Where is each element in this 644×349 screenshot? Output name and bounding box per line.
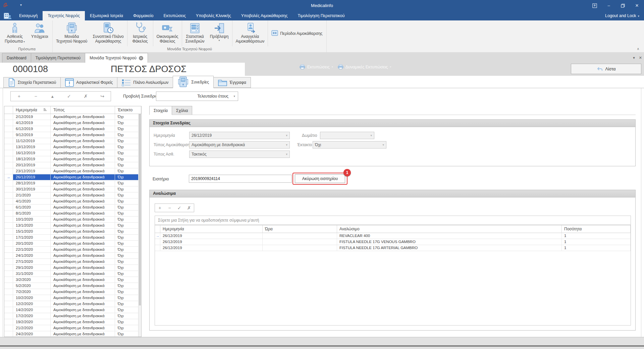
edit-button[interactable]: ▴ xyxy=(44,92,61,101)
session-row[interactable]: 13/12/2019Αιμοκάθαρση με διτανθρακικάΌχι xyxy=(4,144,141,150)
ribbon-button[interactable]: ΙατρικόςΦάκελος xyxy=(128,20,152,46)
session-row[interactable]: 3/2/2020Αιμοκάθαρση με διτανθρακικάΌχι xyxy=(4,277,141,283)
list-button[interactable]: Λίστα xyxy=(571,64,641,74)
session-row[interactable]: 11/12/2019Αιμοκάθαρση με διτανθρακικάΌχι xyxy=(4,138,141,144)
tab-close-icon[interactable]: ✕ xyxy=(139,56,143,60)
session-row[interactable]: 20/1/2020Αιμοκάθαρση με διτανθρακικάΌχι xyxy=(4,241,141,247)
column-header-item[interactable]: Αναλώσιμο xyxy=(337,225,562,233)
session-row[interactable]: 10/1/2020Αιμοκάθαρση με διτανθρακικάΌχι xyxy=(4,217,141,223)
tab-list-dropdown-icon[interactable]: ▾ xyxy=(633,56,635,60)
ribbon-button[interactable]: ΜονάδαΤεχνητού Νεφρού xyxy=(53,20,90,46)
add-button[interactable]: + xyxy=(11,92,28,101)
dynamic-print-button[interactable]: Δυναμικές Εκτυπώσεις▾ xyxy=(338,64,391,69)
column-header-extra[interactable]: Έκτακτο xyxy=(115,106,141,114)
refresh-button[interactable]: ↪ xyxy=(94,92,111,101)
menu-item-6[interactable]: Υποβολές Κλινικής xyxy=(191,11,236,20)
doc-tab-1[interactable]: Dashboard xyxy=(2,53,31,63)
session-row[interactable]: 27/1/2020Αιμοκάθαρση με διτανθρακικάΌχι xyxy=(4,259,141,265)
sub-tab-5[interactable]: Έγγραφα xyxy=(213,77,251,88)
cancel-button[interactable]: ✗ xyxy=(184,204,194,212)
remove-button[interactable]: − xyxy=(28,92,44,101)
ribbon-button[interactable]: Υπόχρεοι xyxy=(28,20,52,46)
ribbon-collapse-icon[interactable]: ∧ xyxy=(637,47,639,51)
session-row[interactable]: 8/1/2020Αιμοκάθαρση με διτανθρακικάΌχι xyxy=(4,211,141,217)
column-header-time[interactable]: Ώρα xyxy=(263,225,337,233)
sub-tab-4[interactable]: Συνεδρίες xyxy=(173,76,214,88)
sub-tab-1[interactable]: Στοιχεία Περιστατικού xyxy=(3,77,61,88)
session-row[interactable]: 2/1/2020Αιμοκάθαρση με διτανθρακικάΌχι xyxy=(4,192,141,198)
session-row[interactable]: 30/12/2019Αιμοκάθαρση με διτανθρακικάΌχι xyxy=(4,186,141,192)
consumable-row[interactable]: 26/12/2019FISTULA NEEDLE 17G VENOUS GAMB… xyxy=(155,239,631,245)
ribbon-pin-icon[interactable] xyxy=(588,0,602,11)
ribbon-button-small[interactable]: Περίοδοι Αιμοκάθαρσης xyxy=(271,30,322,37)
ribbon-button[interactable]: ΣτατιστικάΣυνεδριών xyxy=(183,20,207,46)
ticket-input[interactable] xyxy=(189,175,292,183)
view-sessions-combobox[interactable]: Τελευταίου έτους▾ xyxy=(156,92,238,101)
session-row[interactable]: 4/12/2019Αιμοκάθαρση με διτανθρακικάΌχι xyxy=(4,120,141,126)
session-row[interactable]: 18/12/2019Αιμοκάθαρση με διτανθρακικάΌχι xyxy=(4,156,141,162)
menu-item-3[interactable]: Εξωτερικά Ιατρεία xyxy=(85,11,128,20)
remove-button[interactable]: − xyxy=(165,204,174,212)
session-row[interactable]: 24/1/2020Αιμοκάθαρση με διτανθρακικάΌχι xyxy=(4,253,141,259)
column-header-date[interactable]: Ημερομηνία xyxy=(160,225,263,233)
session-row[interactable]: 5/2/2020Αιμοκάθαρση με διτανθρακικάΌχι xyxy=(4,283,141,289)
cancel-button[interactable]: ✗ xyxy=(77,92,94,101)
session-row[interactable]: 20/12/2019Αιμοκάθαρση με διτανθρακικάΌχι xyxy=(4,162,141,168)
session-row[interactable]: 17/1/2020Αιμοκάθαρση με διτανθρακικάΌχι xyxy=(4,235,141,241)
session-row[interactable]: 4/1/2020Αιμοκάθαρση με διτανθρακικάΌχι xyxy=(4,198,141,205)
application-icon[interactable] xyxy=(3,12,12,19)
logout-button[interactable]: Logout and Lock▾ xyxy=(600,11,644,20)
session-row[interactable]: 29/1/2020Αιμοκάθαρση με διτανθρακικάΌχι xyxy=(4,265,141,271)
session-row[interactable]: 28/12/2019Αιμοκάθαρση με διτανθρακικάΌχι xyxy=(4,180,141,186)
menu-item-4[interactable]: Φαρμακείο xyxy=(128,11,158,20)
session-row[interactable]: 16/12/2019Αιμοκάθαρση με διτανθρακικάΌχι xyxy=(4,150,141,156)
cancel-ticket-button[interactable]: Ακύρωση εισιτηρίου xyxy=(295,174,345,183)
consumable-row[interactable]: →26/12/2019REVACLEAR 4001 xyxy=(155,233,631,239)
column-header-type[interactable]: Τύπος xyxy=(51,106,115,114)
session-row[interactable]: 15/1/2020Αιμοκάθαρση με διτανθρακικάΌχι xyxy=(4,229,141,235)
add-button[interactable]: + xyxy=(155,204,165,212)
menu-item-1[interactable]: Εισαγωγή xyxy=(14,11,43,20)
session-row[interactable]: 9/12/2019Αιμοκάθαρση με διτανθρακικάΌχι xyxy=(4,132,141,138)
column-header-qty[interactable]: Ποσότητα xyxy=(562,225,631,233)
session-row[interactable]: 31/1/2020Αιμοκάθαρση με διτανθρακικάΌχι xyxy=(4,271,141,277)
column-header-date[interactable]: Ημερομηνία xyxy=(13,106,51,114)
session-row[interactable]: 22/1/2020Αιμοκάθαρση με διτανθρακικάΌχι xyxy=(4,247,141,253)
ribbon-button[interactable]: ΟικονομικόςΦάκελος xyxy=(154,20,181,46)
session-row[interactable]: 24/2/2020Αιμοκάθαρση με διτανθρακικάΌχι xyxy=(4,331,141,337)
ribbon-button[interactable]: ΑναγγελίαΑιμοκαθάρσεων xyxy=(233,20,267,46)
group-by-panel[interactable]: Σύρετε μια Στήλη για να ομαδοποιήσετε σύ… xyxy=(155,216,631,225)
doc-tab-3[interactable]: Μονάδα Τεχνητού Νεφρού✕ xyxy=(85,53,148,63)
tab-comments[interactable]: Σχόλια xyxy=(172,106,192,115)
session-row[interactable]: 23/12/2019Αιμοκάθαρση με διτανθρακικάΌχι xyxy=(4,168,141,174)
session-row[interactable]: 7/2/2020Αιμοκάθαρση με διτανθρακικάΌχι xyxy=(4,289,141,295)
menu-item-5[interactable]: Εκτυπώσεις xyxy=(158,11,191,20)
menu-item-2[interactable]: Τεχνητός Νεφρός xyxy=(43,11,85,20)
sub-tab-2[interactable]: Ασφαλιστικοί Φορείς xyxy=(60,77,117,88)
session-row[interactable]: →26/12/2019Αιμοκάθαρση με διτανθρακικάΌχ… xyxy=(4,174,141,180)
doc-tab-2[interactable]: Τιμολόγηση Περιστατικού xyxy=(31,53,85,63)
tab-details[interactable]: Στοιχεία xyxy=(149,106,172,115)
close-icon[interactable]: ✕ xyxy=(630,0,644,11)
session-row[interactable]: 12/2/2020Αιμοκάθαρση με διτανθρακικάΌχι xyxy=(4,301,141,307)
ribbon-button[interactable]: Συνοπτικό ΠλάνοΑιμοκάθαρσης xyxy=(90,20,126,46)
session-row[interactable]: 17/2/2020Αιμοκάθαρση με διτανθρακικάΌχι xyxy=(4,313,141,319)
session-row[interactable]: 21/2/2020Αιμοκάθαρση με διτανθρακικάΌχι xyxy=(4,325,141,331)
print-button[interactable]: Εκτυπώσεις▾ xyxy=(300,64,333,69)
consumable-row[interactable]: 26/12/2019FISTULA NEEDLE 17G ARTERIAL GA… xyxy=(155,245,631,251)
session-row[interactable]: 14/2/2020Αιμοκάθαρση με διτανθρακικάΌχι xyxy=(4,307,141,313)
menu-item-8[interactable]: Τιμολόγηση Περιστατικού xyxy=(293,11,350,20)
session-row[interactable]: 13/1/2020Αιμοκάθαρση με διτανθρακικάΌχι xyxy=(4,223,141,229)
session-row[interactable]: 2/12/2019Αιμοκάθαρση με διτανθρακικάΌχι xyxy=(4,114,141,120)
sessions-scrollbar[interactable] xyxy=(138,114,141,337)
session-row[interactable]: 6/1/2020Αιμοκάθαρση με διτανθρακικάΌχι xyxy=(4,205,141,211)
tab-close-all-icon[interactable]: ✕ xyxy=(639,56,642,60)
session-row[interactable]: 10/2/2020Αιμοκάθαρση με διτανθρακικάΌχι xyxy=(4,295,141,301)
session-row[interactable]: 6/12/2019Αιμοκάθαρση με διτανθρακικάΌχι xyxy=(4,126,141,132)
menu-item-7[interactable]: Υποβολές Αιμοκάθαρσης xyxy=(236,11,293,20)
ribbon-button[interactable]: Πρόβλεψη▾ xyxy=(207,20,231,46)
restore-icon[interactable] xyxy=(616,0,630,11)
accept-button[interactable]: ✓ xyxy=(61,92,77,101)
sub-tab-3[interactable]: Πλάνο Αναλωσίμων xyxy=(117,77,173,88)
minimize-icon[interactable]: – xyxy=(602,0,616,11)
